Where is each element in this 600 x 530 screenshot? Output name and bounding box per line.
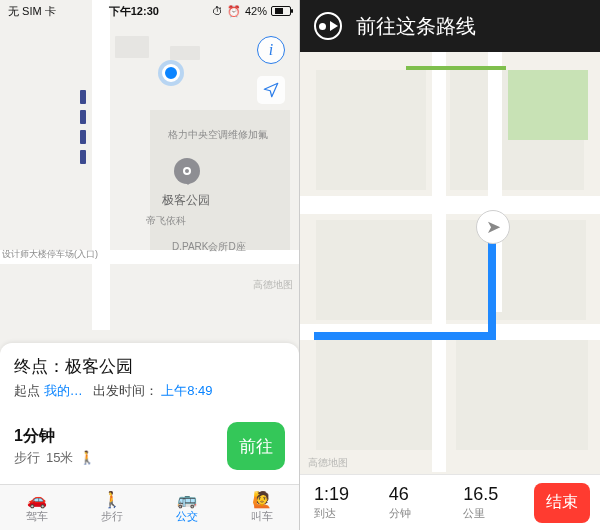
car-icon: 🚗: [27, 492, 47, 508]
navigation-metrics-bar: 1:19 到达 46 分钟 16.5 公里 结束: [300, 474, 600, 530]
walk-icon: 🚶: [102, 492, 122, 508]
tab-label: 驾车: [26, 509, 48, 524]
map-label-south2: D.PARK会所D座: [172, 240, 246, 254]
map-canvas-right[interactable]: ➤ 高德地图: [300, 0, 600, 530]
battery-icon: [271, 6, 291, 16]
map-label-north: 格力中央空调维修加氟: [168, 128, 268, 142]
destination-prefix: 终点：: [14, 357, 65, 376]
duration-label: 分钟: [389, 506, 456, 521]
tab-drive[interactable]: 🚗 驾车: [0, 485, 75, 530]
right-screenshot: ➤ 高德地图 前往这条路线 1:19 到达 46 分钟 16.5 公里 结束: [300, 0, 600, 530]
eta-sub-value: 15米: [46, 449, 73, 467]
walk-icon: 🚶: [79, 450, 95, 465]
destination-name: 极客公园: [65, 357, 133, 376]
map-label-west: 设计师大楼停车场(入口): [2, 248, 98, 261]
origin-label: 起点: [14, 383, 40, 398]
eta-value: 1分钟: [14, 426, 95, 447]
eta-sub-prefix: 步行: [14, 449, 40, 467]
depart-label: 出发时间：: [93, 383, 158, 398]
tab-label: 步行: [101, 509, 123, 524]
route-summary-card[interactable]: 终点：极客公园 起点 我的… 出发时间： 上午8:49 1分钟 步行 15米 🚶: [0, 343, 299, 484]
info-button[interactable]: i: [257, 36, 285, 64]
alarm-icon: ⏱: [212, 5, 223, 17]
bus-icon: 🚌: [177, 492, 197, 508]
destination-pin[interactable]: [174, 158, 200, 184]
arrival-label: 到达: [314, 506, 381, 521]
tab-ride[interactable]: 🙋 叫车: [224, 485, 299, 530]
navigation-banner[interactable]: 前往这条路线: [300, 0, 600, 52]
go-button[interactable]: 前往: [227, 422, 285, 470]
nav-arrow-icon: ➤: [486, 216, 501, 238]
metric-arrival: 1:19 到达: [310, 484, 385, 521]
current-location-dot: [162, 64, 180, 82]
banner-text: 前往这条路线: [356, 13, 476, 40]
proceed-route-icon: [314, 12, 342, 40]
status-bar: 无 SIM 卡 下午12:30 ⏱ ⏰ 42%: [0, 0, 299, 22]
map-label-south1: 帝飞依科: [146, 214, 186, 228]
status-time: 下午12:30: [109, 4, 159, 19]
locate-me-button[interactable]: [257, 76, 285, 104]
depart-value[interactable]: 上午8:49: [161, 383, 212, 398]
clock-icon: ⏰: [227, 5, 241, 18]
destination-row: 终点：极客公园: [14, 355, 285, 378]
distance-value: 16.5: [463, 484, 530, 505]
origin-value[interactable]: 我的…: [44, 383, 83, 398]
arrival-value: 1:19: [314, 484, 381, 505]
metric-distance: 16.5 公里: [459, 484, 534, 521]
left-screenshot: 格力中央空调维修加氟 帝飞依科 D.PARK会所D座 设计师大楼停车场(入口) …: [0, 0, 300, 530]
tab-transit[interactable]: 🚌 公交: [150, 485, 225, 530]
battery-percent: 42%: [245, 5, 267, 17]
bottom-tab-bar: 🚗 驾车 🚶 步行 🚌 公交 🙋 叫车: [0, 484, 299, 530]
tab-label: 公交: [176, 509, 198, 524]
end-button-label: 结束: [546, 492, 578, 513]
destination-pin-label: 极客公园: [162, 192, 210, 209]
tab-walk[interactable]: 🚶 步行: [75, 485, 150, 530]
location-arrow-icon: [262, 81, 280, 99]
end-navigation-button[interactable]: 结束: [534, 483, 590, 523]
tab-label: 叫车: [251, 509, 273, 524]
distance-label: 公里: [463, 506, 530, 521]
carrier-text: 无 SIM 卡: [8, 4, 56, 19]
metric-duration: 46 分钟: [385, 484, 460, 521]
go-button-label: 前往: [239, 435, 273, 458]
hail-icon: 🙋: [252, 492, 272, 508]
info-icon: i: [269, 41, 273, 59]
map-watermark-left: 高德地图: [253, 278, 293, 292]
duration-value: 46: [389, 484, 456, 505]
navigation-cursor: ➤: [476, 210, 510, 244]
map-watermark-right: 高德地图: [308, 456, 348, 470]
